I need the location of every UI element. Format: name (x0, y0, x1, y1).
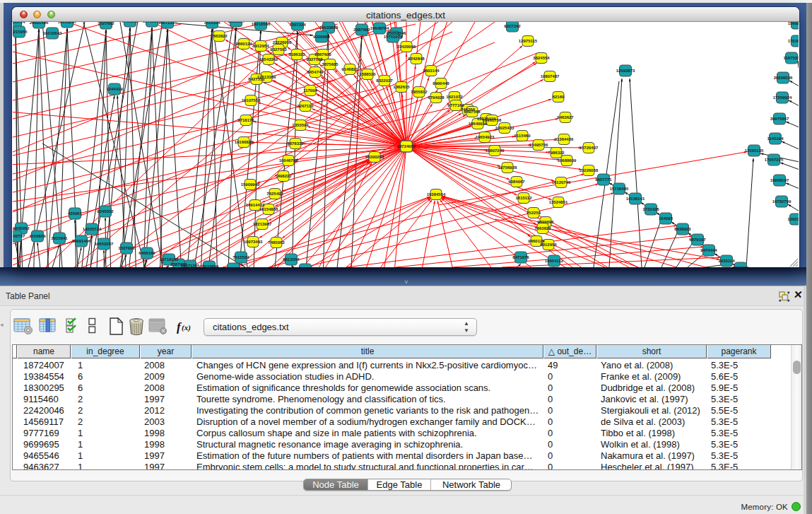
svg-text:18807249: 18807249 (486, 148, 505, 153)
svg-text:25300203: 25300203 (365, 155, 384, 159)
svg-text:13524851: 13524851 (549, 200, 568, 204)
svg-text:15495756: 15495756 (529, 143, 548, 147)
svg-text:9660124: 9660124 (235, 42, 252, 46)
svg-text:16210643: 16210643 (43, 31, 62, 35)
svg-text:19218506: 19218506 (224, 267, 243, 267)
svg-text:7515524: 7515524 (233, 255, 249, 259)
svg-text:12093873: 12093873 (616, 69, 635, 73)
svg-text:15720407: 15720407 (579, 146, 599, 150)
svg-text:16648784: 16648784 (370, 26, 389, 30)
svg-text:1244419: 1244419 (106, 87, 123, 91)
svg-text:2867608: 2867608 (314, 52, 331, 57)
svg-text:164095: 164095 (659, 216, 673, 221)
svg-text:8454749: 8454749 (307, 70, 324, 74)
svg-text:12942757: 12942757 (13, 234, 25, 238)
svg-text:252254: 252254 (526, 211, 541, 215)
svg-text:9245052: 9245052 (13, 226, 30, 230)
svg-text:8813054: 8813054 (228, 22, 245, 23)
svg-text:10958107: 10958107 (770, 178, 789, 182)
svg-text:5498222: 5498222 (275, 174, 292, 178)
svg-text:9084067: 9084067 (508, 180, 525, 184)
svg-text:9463627: 9463627 (557, 115, 574, 119)
svg-text:117004: 117004 (303, 88, 317, 93)
svg-text:16671355: 16671355 (158, 22, 177, 25)
svg-text:3215955: 3215955 (13, 30, 28, 34)
svg-text:9699695: 9699695 (537, 220, 554, 224)
svg-text:3624554: 3624554 (533, 56, 550, 60)
svg-text:1615112: 1615112 (515, 196, 532, 200)
svg-text:7357224: 7357224 (289, 23, 306, 27)
svg-text:10046796: 10046796 (279, 158, 298, 163)
svg-text:6466160: 6466160 (139, 251, 155, 255)
svg-text:8878332: 8878332 (287, 141, 304, 146)
svg-text:17359924: 17359924 (773, 95, 792, 100)
svg-text:23226058: 23226058 (579, 168, 599, 173)
svg-text:16033809: 16033809 (319, 25, 339, 30)
svg-text:9242848: 9242848 (408, 57, 425, 61)
svg-text:1156829: 1156829 (29, 234, 46, 238)
svg-text:17016504: 17016504 (788, 39, 799, 43)
svg-text:10654112: 10654112 (545, 259, 564, 263)
svg-text:39975867: 39975867 (770, 117, 789, 121)
svg-text:8938923: 8938923 (674, 227, 691, 231)
svg-text:6879197: 6879197 (689, 238, 706, 242)
svg-text:6497568: 6497568 (464, 110, 481, 114)
svg-text:19654923: 19654923 (476, 135, 495, 139)
svg-text:19218506: 19218506 (252, 22, 271, 26)
svg-text:8186323: 8186323 (288, 52, 305, 57)
svg-text:15751074: 15751074 (384, 35, 403, 39)
svg-text:8990448: 8990448 (433, 81, 449, 86)
svg-text:16033809: 16033809 (200, 264, 219, 267)
svg-text:10653267: 10653267 (58, 22, 77, 24)
svg-text:1733426: 1733426 (642, 207, 659, 211)
svg-text:9227342: 9227342 (504, 24, 521, 28)
svg-text:9146821: 9146821 (341, 67, 358, 71)
svg-text:15716485: 15716485 (610, 187, 629, 191)
svg-text:8322037: 8322037 (376, 78, 393, 83)
svg-text:1588520: 1588520 (359, 72, 376, 76)
svg-text:15909948: 15909948 (241, 182, 260, 187)
svg-text:7955812: 7955812 (411, 90, 428, 94)
svg-text:1362615: 1362615 (393, 85, 410, 89)
svg-text:16782759: 16782759 (772, 199, 792, 204)
svg-text:14055724: 14055724 (83, 227, 102, 231)
svg-text:19384554: 19384554 (427, 192, 446, 197)
svg-text:1527602: 1527602 (118, 246, 135, 250)
svg-text:21364436: 21364436 (555, 137, 574, 141)
svg-text:435061: 435061 (68, 211, 83, 216)
svg-text:16543362: 16543362 (259, 57, 278, 62)
svg-text:9115460: 9115460 (514, 134, 531, 138)
svg-text:9474444: 9474444 (700, 248, 717, 252)
svg-text:10107553: 10107553 (242, 98, 261, 103)
svg-text:8912954: 8912954 (540, 243, 557, 247)
svg-text:3267110: 3267110 (297, 104, 314, 108)
svg-text:23226058: 23226058 (273, 40, 292, 45)
svg-text:10719185: 10719185 (160, 257, 179, 262)
svg-text:12213967: 12213967 (253, 222, 272, 226)
svg-text:16154808: 16154808 (259, 207, 278, 211)
svg-text:10653267: 10653267 (95, 242, 114, 246)
svg-text:10807487: 10807487 (541, 74, 560, 78)
svg-text:7663822: 7663822 (534, 226, 551, 230)
svg-text:14055724: 14055724 (13, 22, 25, 24)
svg-text:10973493: 10973493 (244, 240, 263, 244)
svg-text:19756928: 19756928 (498, 165, 517, 170)
svg-text:3915941: 3915941 (51, 236, 68, 240)
svg-text:2387682: 2387682 (170, 262, 187, 267)
svg-text:19166825: 19166825 (235, 140, 254, 144)
svg-text:9327503: 9327503 (270, 47, 287, 52)
svg-text:10025433: 10025433 (495, 126, 514, 130)
svg-text:16961758: 16961758 (483, 118, 502, 122)
svg-text:1527602: 1527602 (98, 22, 114, 25)
svg-text:8912954: 8912954 (252, 44, 269, 48)
svg-text:14136141: 14136141 (626, 197, 645, 201)
svg-text:62160: 62160 (553, 95, 565, 99)
svg-text:1621072: 1621072 (446, 95, 463, 99)
svg-text:9327508: 9327508 (306, 57, 323, 62)
svg-text:1353594: 1353594 (292, 123, 309, 127)
svg-text:12505135: 12505135 (745, 148, 764, 153)
svg-text:1167533: 1167533 (783, 56, 799, 60)
svg-text:20691406: 20691406 (72, 239, 91, 243)
svg-text:7625402: 7625402 (266, 192, 283, 196)
svg-text:(x): (x) (182, 323, 191, 332)
